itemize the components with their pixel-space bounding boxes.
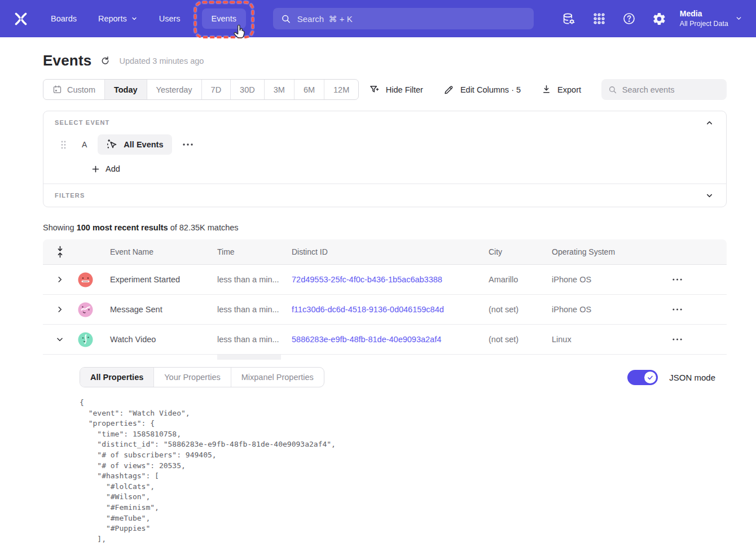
time-cell: less than a min...: [217, 305, 292, 314]
table-header-row: Event Name Time Distinct ID City Operati…: [43, 239, 727, 265]
distinct-id-link[interactable]: 5886283e-e9fb-48fb-81de-40e9093a2af4: [292, 335, 489, 344]
results-summary: Showing 100 most recent results of 82.35…: [43, 223, 727, 232]
funnel-plus-icon: [369, 84, 380, 95]
event-selector-label: All Events: [124, 140, 163, 149]
search-icon: [608, 85, 617, 95]
calendar-icon: [52, 85, 62, 94]
col-header-time[interactable]: Time: [217, 247, 292, 256]
export-button[interactable]: Export: [541, 84, 581, 95]
nav-item-label: Reports: [98, 14, 127, 23]
table-row: Message Sent less than a min... f11c30d6…: [43, 295, 727, 325]
drag-handle-icon: [60, 140, 67, 150]
ellipsis-icon: [182, 143, 194, 146]
col-header-city[interactable]: City: [489, 247, 552, 256]
date-range-today[interactable]: Today: [105, 80, 147, 99]
row-more-button[interactable]: [667, 278, 727, 281]
event-row-letter: A: [82, 140, 87, 149]
table-row-expanded: Watch Video less than a min... 5886283e-…: [43, 325, 727, 355]
col-header-event-name[interactable]: Event Name: [110, 247, 217, 256]
select-event-label: SELECT EVENT: [55, 119, 715, 126]
top-navbar: Boards Reports Users Events: [0, 0, 756, 37]
city-cell: (not set): [489, 335, 552, 344]
global-search-bar[interactable]: [273, 8, 534, 29]
event-name-cell: Experiment Started: [110, 275, 217, 284]
project-subtitle: All Project Data: [680, 19, 728, 29]
hide-filter-label: Hide Filter: [386, 85, 423, 94]
results-highlight: 100 most recent results: [77, 223, 168, 232]
search-events-input[interactable]: [622, 85, 720, 94]
chevron-down-icon: [735, 15, 742, 22]
ellipsis-icon: [672, 338, 683, 341]
date-range-30d[interactable]: 30D: [231, 80, 265, 99]
project-selector[interactable]: Media All Project Data: [680, 8, 742, 29]
chevron-down-icon: [131, 15, 138, 22]
hide-filter-button[interactable]: Hide Filter: [369, 84, 423, 95]
date-range-label: Custom: [67, 85, 95, 94]
nav-item-reports[interactable]: Reports: [98, 14, 138, 23]
city-cell: (not set): [489, 305, 552, 314]
settings-gear-icon[interactable]: [652, 12, 666, 26]
os-cell: iPhone OS: [552, 275, 667, 284]
date-range-3m[interactable]: 3M: [265, 80, 295, 99]
chevron-down-icon: [56, 335, 64, 343]
row-more-button[interactable]: [667, 308, 727, 311]
date-range-7d[interactable]: 7D: [202, 80, 231, 99]
date-range-12m[interactable]: 12M: [324, 80, 358, 99]
col-header-distinct-id[interactable]: Distinct ID: [292, 247, 489, 256]
collapse-section-button[interactable]: [705, 119, 714, 129]
pencil-icon: [443, 84, 455, 95]
json-mode-toggle[interactable]: [627, 370, 658, 385]
query-builder-card: SELECT EVENT A: [43, 111, 727, 207]
page-title: Events: [43, 52, 91, 69]
edit-columns-label: Edit Columns · 5: [460, 85, 521, 94]
city-cell: Amarillo: [489, 275, 552, 284]
event-avatar: [78, 302, 110, 317]
ellipsis-icon: [672, 278, 683, 281]
sort-arrows-icon: [56, 246, 64, 258]
primary-nav: Boards Reports Users Events: [51, 8, 261, 29]
col-header-os[interactable]: Operating System: [552, 247, 667, 256]
mixpanel-logo-icon[interactable]: [12, 10, 29, 27]
nav-item-users[interactable]: Users: [159, 14, 181, 23]
project-name: Media: [680, 8, 728, 19]
event-row-more-button[interactable]: [182, 143, 194, 146]
nav-item-boards[interactable]: Boards: [51, 14, 77, 23]
event-selector-button[interactable]: All Events: [98, 134, 172, 155]
chevron-up-icon: [705, 119, 714, 127]
expand-row-button[interactable]: [56, 305, 64, 313]
collapse-row-button[interactable]: [56, 335, 64, 343]
event-avatar: [78, 332, 110, 347]
add-event-button[interactable]: Add: [91, 164, 715, 173]
ellipsis-icon: [672, 308, 683, 311]
help-icon[interactable]: [622, 12, 636, 25]
sort-button[interactable]: [56, 246, 64, 258]
date-range-6m[interactable]: 6M: [295, 80, 324, 99]
chevron-right-icon: [56, 276, 64, 283]
edit-columns-button[interactable]: Edit Columns · 5: [443, 84, 521, 95]
global-search-input[interactable]: [297, 14, 526, 24]
refresh-icon: [100, 55, 111, 66]
distinct-id-link[interactable]: f11c30d6-dc6d-4518-9136-0d046159c84d: [292, 305, 489, 314]
distinct-id-link[interactable]: 72d49553-25fc-4f0c-b436-1b5ac6ab3388: [292, 275, 489, 284]
updated-timestamp: Updated 3 minutes ago: [119, 56, 204, 66]
date-range-custom[interactable]: Custom: [43, 80, 105, 99]
refresh-button[interactable]: [100, 55, 111, 66]
cursor-sparkle-icon: [107, 139, 118, 150]
tab-all-properties[interactable]: All Properties: [80, 368, 154, 387]
data-governance-icon[interactable]: [562, 12, 576, 26]
date-range-yesterday[interactable]: Yesterday: [147, 80, 202, 99]
expand-filters-button[interactable]: [705, 191, 714, 202]
os-cell: Linux: [552, 335, 667, 344]
date-range-control: Custom Today Yesterday 7D 30D 3M 6M 12M: [43, 79, 359, 100]
add-label: Add: [106, 164, 120, 173]
row-more-button[interactable]: [667, 338, 727, 341]
apps-grid-icon[interactable]: [592, 12, 606, 25]
tab-mixpanel-properties[interactable]: Mixpanel Properties: [231, 368, 324, 387]
time-cell: less than a min...: [217, 275, 292, 284]
expand-row-button[interactable]: [56, 276, 64, 283]
chevron-right-icon: [56, 305, 64, 313]
drag-handle[interactable]: [60, 140, 67, 150]
navbar-icon-group: [562, 12, 666, 26]
tab-your-properties[interactable]: Your Properties: [154, 368, 231, 387]
search-events-box[interactable]: [601, 79, 727, 100]
